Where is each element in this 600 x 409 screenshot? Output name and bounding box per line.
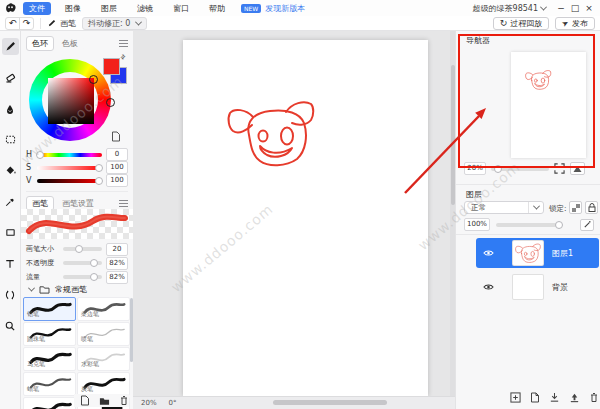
divider bbox=[40, 18, 41, 29]
tab-color-wheel[interactable]: 色环 bbox=[26, 36, 54, 51]
new-badge: NEW bbox=[241, 4, 261, 13]
lock-transparency-button[interactable] bbox=[569, 201, 582, 214]
canvas-area[interactable]: 20% 0° bbox=[133, 31, 455, 409]
fit-screen-icon[interactable] bbox=[554, 163, 565, 174]
menu-filter[interactable]: 滤镜 bbox=[131, 2, 159, 15]
layer-name[interactable]: 图层1 bbox=[552, 248, 573, 259]
tool-strip bbox=[0, 31, 21, 409]
tab-color-swatches[interactable]: 色板 bbox=[56, 36, 84, 51]
fill-bucket-tool[interactable] bbox=[2, 162, 19, 179]
brush-group-header[interactable]: 常规画笔 bbox=[29, 284, 87, 295]
foreground-color-swatch[interactable] bbox=[103, 58, 120, 75]
replay-button[interactable]: ↻ 过程回放 bbox=[493, 17, 550, 30]
layer-row-background[interactable]: 背景 bbox=[476, 272, 599, 302]
update-link[interactable]: 发现新版本 bbox=[265, 3, 305, 14]
flow-row: 流量 82% bbox=[21, 270, 133, 284]
hue-slider[interactable] bbox=[37, 153, 102, 157]
brush-panel-menu-icon[interactable] bbox=[119, 200, 128, 207]
navigator-zoom-slider[interactable] bbox=[491, 167, 549, 171]
delete-layer-icon[interactable] bbox=[589, 392, 599, 403]
color-panel-menu-icon[interactable] bbox=[119, 40, 128, 47]
flow-slider[interactable] bbox=[63, 275, 102, 279]
maximize-button[interactable]: □ bbox=[568, 3, 582, 13]
visibility-eye-icon[interactable] bbox=[483, 283, 494, 291]
value-value[interactable]: 100 bbox=[106, 174, 128, 187]
canvas-page[interactable] bbox=[183, 40, 428, 396]
brush-tool[interactable] bbox=[2, 38, 19, 55]
eyedropper-tool[interactable] bbox=[2, 193, 19, 210]
zoom-level[interactable]: 20% bbox=[141, 399, 157, 407]
new-layer-icon[interactable] bbox=[510, 392, 521, 403]
brush-grid: 铅笔 柔边笔 圆珠笔 喷笔 马克笔 水彩笔 bbox=[23, 297, 131, 409]
undo-button[interactable]: ↶ bbox=[6, 18, 19, 29]
duplicate-layer-icon[interactable] bbox=[530, 392, 540, 403]
text-tool[interactable] bbox=[2, 255, 19, 272]
close-button[interactable]: × bbox=[582, 3, 596, 13]
brush-item-watercolor[interactable]: 水彩笔 bbox=[77, 347, 130, 371]
brush-item-airbrush[interactable]: 喷笔 bbox=[77, 322, 130, 346]
transform-tool[interactable] bbox=[2, 286, 19, 303]
brush-item-charcoal[interactable]: 炭笔 bbox=[77, 372, 130, 396]
fill-opacity-button[interactable] bbox=[580, 219, 594, 231]
brush-name: 铅笔 bbox=[27, 310, 39, 319]
menu-layer[interactable]: 图层 bbox=[95, 2, 123, 15]
new-folder-icon[interactable] bbox=[99, 396, 110, 406]
tool-options-bar: ↶ ↷ 画笔 抖动修正: 0 ↻ 过程回放 ➤ 发布 bbox=[0, 16, 600, 31]
redo-button[interactable]: ↷ bbox=[19, 18, 33, 29]
value-slider[interactable] bbox=[37, 179, 102, 183]
brush-item-soft[interactable]: 柔边笔 bbox=[77, 297, 130, 321]
menu-help[interactable]: 帮助 bbox=[203, 2, 231, 15]
brush-size-value[interactable]: 20 bbox=[106, 243, 128, 256]
saturation-slider[interactable] bbox=[37, 166, 102, 170]
opacity-slider[interactable] bbox=[63, 261, 102, 265]
brush-item-ballpoint[interactable]: 圆珠笔 bbox=[23, 322, 76, 346]
stabilizer-value: 抖动修正: 0 bbox=[88, 18, 130, 29]
hue-value[interactable]: 0 bbox=[106, 148, 128, 161]
rotation-angle[interactable]: 0° bbox=[169, 399, 177, 407]
menu-file[interactable]: 文件 bbox=[23, 2, 51, 15]
visibility-eye-icon[interactable] bbox=[483, 249, 494, 257]
blend-mode-dropdown[interactable]: 正常 bbox=[464, 201, 544, 214]
hue-marker[interactable] bbox=[106, 98, 115, 107]
flip-preview-button[interactable] bbox=[570, 162, 585, 175]
blend-mode-value: 正常 bbox=[465, 203, 528, 213]
brush-item-crayon[interactable]: 蜡笔 bbox=[23, 372, 76, 396]
layer-row-1[interactable]: 图层1 bbox=[476, 238, 599, 268]
stabilizer-dropdown[interactable]: 抖动修正: 0 bbox=[82, 17, 147, 30]
layer-name[interactable]: 背景 bbox=[552, 282, 568, 293]
saturation-square[interactable] bbox=[48, 78, 94, 124]
right-panel: 导航器 20% 图层 正常 锁定: bbox=[455, 31, 600, 409]
brush-item-pencil[interactable]: 铅笔 bbox=[23, 297, 76, 321]
navigator-zoom-value[interactable]: 20% bbox=[464, 162, 486, 175]
marquee-select-tool[interactable] bbox=[2, 131, 19, 148]
opacity-value[interactable]: 82% bbox=[106, 257, 128, 270]
publish-button[interactable]: ➤ 发布 bbox=[555, 17, 595, 30]
flow-value[interactable]: 82% bbox=[106, 271, 128, 284]
menu-image[interactable]: 图像 bbox=[59, 2, 87, 15]
saturation-value[interactable]: 100 bbox=[106, 161, 128, 174]
merge-down-icon[interactable] bbox=[549, 392, 560, 403]
saturation-marker[interactable] bbox=[89, 75, 98, 84]
horizontal-scrollbar[interactable] bbox=[273, 400, 387, 405]
copy-color-icon[interactable] bbox=[111, 131, 121, 142]
import-merge-icon[interactable] bbox=[569, 392, 580, 403]
layer-opacity-value[interactable]: 100% bbox=[464, 218, 490, 231]
user-menu[interactable]: 超级的绿茶98541 bbox=[473, 3, 546, 14]
title-bar: 文件 图像 图层 滤镜 窗口 帮助 NEW 发现新版本 超级的绿茶98541 −… bbox=[0, 0, 600, 16]
menu-window[interactable]: 窗口 bbox=[167, 2, 195, 15]
zoom-tool[interactable] bbox=[2, 317, 19, 334]
layer-opacity-slider[interactable] bbox=[496, 223, 562, 227]
smudge-icon bbox=[4, 103, 16, 115]
brush-name: 圆珠笔 bbox=[27, 335, 45, 344]
brush-size-slider[interactable] bbox=[63, 247, 102, 251]
trash-icon[interactable] bbox=[119, 395, 129, 406]
minimize-button[interactable]: − bbox=[554, 3, 568, 13]
brush-item-ink[interactable]: 毛笔 bbox=[23, 397, 76, 409]
brush-item-marker[interactable]: 马克笔 bbox=[23, 347, 76, 371]
eraser-tool[interactable] bbox=[2, 69, 19, 86]
lock-layer-button[interactable] bbox=[585, 201, 598, 214]
new-brush-icon[interactable] bbox=[80, 395, 90, 406]
smudge-tool[interactable] bbox=[2, 100, 19, 117]
navigator-preview[interactable] bbox=[511, 52, 586, 158]
shape-tool[interactable] bbox=[2, 224, 19, 241]
